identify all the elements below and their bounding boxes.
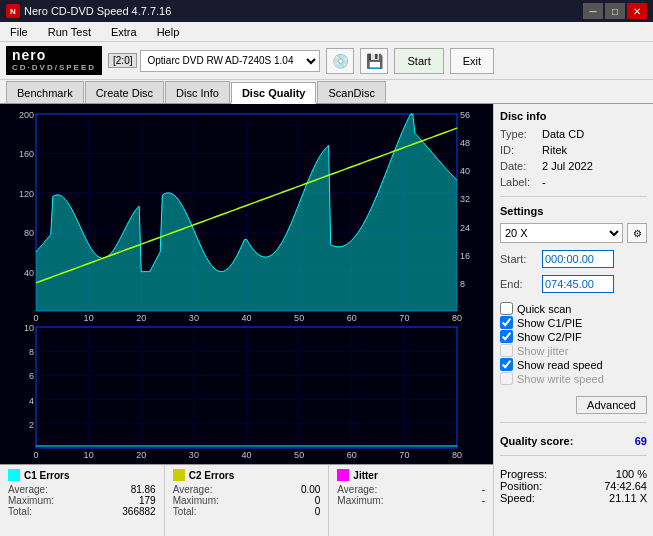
divider2 (500, 422, 647, 423)
jitter-avg-value: - (482, 484, 485, 495)
progress-section: Progress: 100 % Position: 74:42.64 Speed… (500, 468, 647, 504)
c1-avg-value: 81.86 (131, 484, 156, 495)
show-c2-row: Show C2/PIF (500, 330, 647, 343)
show-jitter-checkbox[interactable] (500, 344, 513, 357)
c1-max-value: 179 (139, 495, 156, 506)
tab-scandisc[interactable]: ScanDisc (317, 81, 385, 103)
toolbar: nero CD·DVD/SPEED [2:0] Optiarc DVD RW A… (0, 42, 653, 80)
show-jitter-label: Show jitter (517, 345, 568, 357)
progress-label: Progress: (500, 468, 547, 480)
quick-scan-checkbox[interactable] (500, 302, 513, 315)
tabbar: Benchmark Create Disc Disc Info Disc Qua… (0, 80, 653, 104)
speed-icon-btn[interactable]: ⚙ (627, 223, 647, 243)
show-c2-label: Show C2/PIF (517, 331, 582, 343)
disc-label-label: Label: (500, 176, 538, 188)
menu-run-test[interactable]: Run Test (42, 25, 97, 39)
end-time-input[interactable]: 074:45.00 (542, 275, 614, 293)
show-c1-checkbox[interactable] (500, 316, 513, 329)
legend-area: C1 Errors Average: 81.86 Maximum: 179 To… (0, 464, 493, 536)
menu-file[interactable]: File (4, 25, 34, 39)
settings-title: Settings (500, 205, 647, 217)
id-value: Ritek (542, 144, 567, 156)
quick-scan-label: Quick scan (517, 303, 571, 315)
tab-create-disc[interactable]: Create Disc (85, 81, 164, 103)
position-value: 74:42.64 (604, 480, 647, 492)
close-button[interactable]: ✕ (627, 3, 647, 19)
speed-label: Speed: (500, 492, 535, 504)
jitter-max-value: - (482, 495, 485, 506)
start-time-label: Start: (500, 253, 538, 265)
show-c2-checkbox[interactable] (500, 330, 513, 343)
legend-c2: C2 Errors Average: 0.00 Maximum: 0 Total… (165, 465, 330, 536)
minimize-button[interactable]: ─ (583, 3, 603, 19)
jitter-avg-label: Average: (337, 484, 377, 495)
show-write-checkbox[interactable] (500, 372, 513, 385)
disc-label-value: - (542, 176, 546, 188)
nero-logo: nero CD·DVD/SPEED (6, 46, 102, 74)
app-icon: N (6, 4, 20, 18)
maximize-button[interactable]: □ (605, 3, 625, 19)
quick-scan-row: Quick scan (500, 302, 647, 315)
start-button[interactable]: Start (394, 48, 443, 74)
c2-max-value: 0 (315, 495, 321, 506)
quality-score-label: Quality score: (500, 435, 573, 447)
main-content: C1 Errors Average: 81.86 Maximum: 179 To… (0, 104, 653, 536)
progress-value: 100 % (616, 468, 647, 480)
position-label: Position: (500, 480, 542, 492)
c2-max-label: Maximum: (173, 495, 219, 506)
c2-label: C2 Errors (189, 470, 235, 481)
id-label: ID: (500, 144, 538, 156)
menu-extra[interactable]: Extra (105, 25, 143, 39)
c1-total-value: 366882 (122, 506, 155, 517)
exit-button[interactable]: Exit (450, 48, 494, 74)
date-value: 2 Jul 2022 (542, 160, 593, 172)
c2-dot (173, 469, 185, 481)
divider1 (500, 196, 647, 197)
c2-total-label: Total: (173, 506, 197, 517)
drive-badge: [2:0] (108, 53, 137, 68)
show-c1-row: Show C1/PIE (500, 316, 647, 329)
jitter-max-label: Maximum: (337, 495, 383, 506)
titlebar-left: N Nero CD-DVD Speed 4.7.7.16 (6, 4, 171, 18)
tab-benchmark[interactable]: Benchmark (6, 81, 84, 103)
legend-c1: C1 Errors Average: 81.86 Maximum: 179 To… (0, 465, 165, 536)
drive-selector: [2:0] Optiarc DVD RW AD-7240S 1.04 (108, 50, 320, 72)
show-read-checkbox[interactable] (500, 358, 513, 371)
titlebar-title: Nero CD-DVD Speed 4.7.7.16 (24, 5, 171, 17)
tab-disc-info[interactable]: Disc Info (165, 81, 230, 103)
advanced-button[interactable]: Advanced (576, 396, 647, 414)
c1-max-label: Maximum: (8, 495, 54, 506)
c2-total-value: 0 (315, 506, 321, 517)
chart-area: C1 Errors Average: 81.86 Maximum: 179 To… (0, 104, 493, 536)
right-panel: Disc info Type: Data CD ID: Ritek Date: … (493, 104, 653, 536)
speed-dropdown[interactable]: 20 X Max 1 X 4 X 8 X 16 X 32 X 48 X 52 X (500, 223, 623, 243)
end-time-label: End: (500, 278, 538, 290)
titlebar: N Nero CD-DVD Speed 4.7.7.16 ─ □ ✕ (0, 0, 653, 22)
type-label: Type: (500, 128, 538, 140)
show-write-label: Show write speed (517, 373, 604, 385)
menu-help[interactable]: Help (151, 25, 186, 39)
c2-avg-label: Average: (173, 484, 213, 495)
show-read-row: Show read speed (500, 358, 647, 371)
start-time-input[interactable]: 000:00.00 (542, 250, 614, 268)
jitter-dot (337, 469, 349, 481)
c1-avg-label: Average: (8, 484, 48, 495)
disc-info-title: Disc info (500, 110, 647, 122)
show-read-label: Show read speed (517, 359, 603, 371)
show-jitter-row: Show jitter (500, 344, 647, 357)
drive-dropdown[interactable]: Optiarc DVD RW AD-7240S 1.04 (140, 50, 320, 72)
c1-label: C1 Errors (24, 470, 70, 481)
disc-icon-btn[interactable]: 💿 (326, 48, 354, 74)
show-write-row: Show write speed (500, 372, 647, 385)
menubar: File Run Test Extra Help (0, 22, 653, 42)
save-icon-btn[interactable]: 💾 (360, 48, 388, 74)
speed-value: 21.11 X (609, 492, 647, 504)
quality-score-value: 69 (635, 435, 647, 447)
c1-total-label: Total: (8, 506, 32, 517)
legend-jitter: Jitter Average: - Maximum: - (329, 465, 493, 536)
c1-dot (8, 469, 20, 481)
jitter-label: Jitter (353, 470, 377, 481)
date-label: Date: (500, 160, 538, 172)
tab-disc-quality[interactable]: Disc Quality (231, 82, 317, 104)
speed-row: 20 X Max 1 X 4 X 8 X 16 X 32 X 48 X 52 X… (500, 223, 647, 243)
